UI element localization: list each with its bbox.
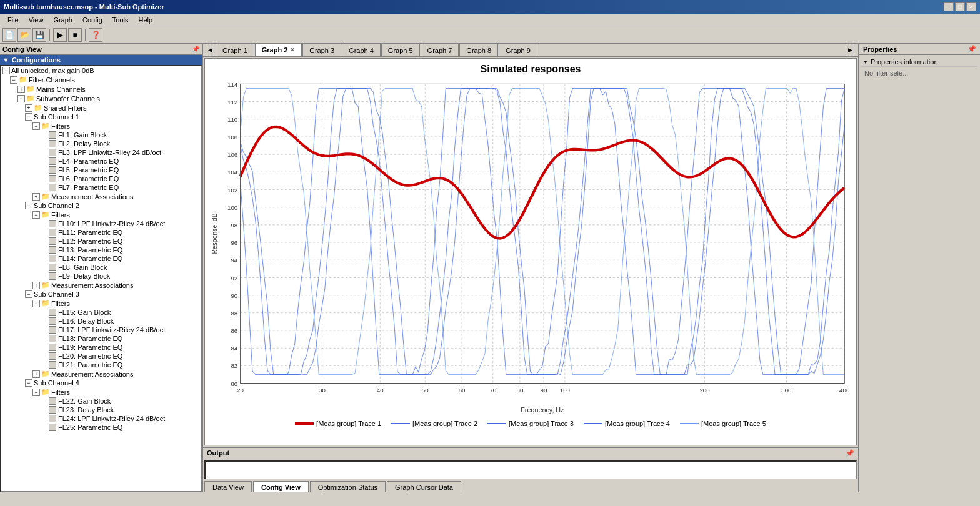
expand-icon[interactable]: − [25,113,32,121]
tab-graph-4[interactable]: Graph 4 [342,44,381,56]
tree-node[interactable]: FL3: LPF Linkwitz-Riley 24 dB/oct [1,148,201,157]
tree-node[interactable]: FL12: Parametric EQ [1,237,201,246]
tree-node[interactable]: FL1: Gain Block [1,131,201,139]
save-button[interactable]: 💾 [32,28,46,42]
expand-icon[interactable]: − [32,122,40,130]
tab-graph-8[interactable]: Graph 8 [459,44,498,56]
menu-tools[interactable]: Tools [108,16,134,24]
tree-node[interactable]: −📁Filter Channels [1,75,201,84]
expand-icon[interactable]: − [32,389,40,396]
tree-expand-icon[interactable]: ▼ [2,56,9,64]
tree-node[interactable]: −📁Filters [1,387,201,397]
close-button[interactable]: ✕ [966,2,976,11]
tab-scroll-left[interactable]: ◀ [206,44,214,56]
expand-icon[interactable]: + [32,282,40,289]
tree-node[interactable]: −Sub Channel 2 [1,201,201,210]
menu-file[interactable]: File [2,16,24,24]
bottom-tab-optimization-status[interactable]: Optimization Status [310,481,386,492]
expand-icon[interactable]: − [32,300,40,307]
expand-icon[interactable]: + [32,370,40,378]
tree-node-label: FL23: Delay Block [58,406,114,414]
tree-node[interactable]: FL5: Parametric EQ [1,166,201,174]
tree-node[interactable]: FL2: Delay Block [1,139,201,148]
menu-graph[interactable]: Graph [48,16,78,24]
tree-node[interactable]: FL15: Gain Block [1,308,201,317]
expand-icon[interactable]: − [2,67,10,74]
play-button[interactable]: ▶ [53,28,67,42]
tree-node[interactable]: +📁Measurement Associations [1,192,201,201]
tree-node[interactable]: FL4: Parametric EQ [1,157,201,166]
tree-node[interactable]: FL16: Delay Block [1,317,201,325]
tree-node-label: Measurement Associations [51,282,133,289]
tree-node[interactable]: +📁Mains Channels [1,84,201,94]
tree-node[interactable]: −📁Filters [1,121,201,131]
tree-node[interactable]: FL13: Parametric EQ [1,246,201,254]
bottom-tab-config-view[interactable]: Config View [253,481,309,492]
left-panel-pin[interactable]: 📌 [192,46,199,52]
help-button[interactable]: ❓ [89,28,102,42]
expand-icon[interactable]: + [25,104,32,112]
tree-node[interactable]: FL20: Parametric EQ [1,352,201,360]
expand-icon[interactable]: + [32,193,40,201]
tree-node[interactable]: FL18: Parametric EQ [1,334,201,343]
tree-node[interactable]: +📁Measurement Associations [1,369,201,379]
bottom-tab-graph-cursor-data[interactable]: Graph Cursor Data [387,481,461,492]
minimize-button[interactable]: ─ [944,2,954,11]
tab-graph-5[interactable]: Graph 5 [381,44,420,56]
tab-graph-9[interactable]: Graph 9 [499,44,538,56]
collapse-icon[interactable]: ▼ [863,59,868,65]
tree-node[interactable]: −📁Filters [1,210,201,219]
tree-node[interactable]: FL10: LPF Linkwitz-Riley 24 dB/oct [1,219,201,228]
tree-node[interactable]: FL14: Parametric EQ [1,254,201,263]
expand-icon[interactable]: − [25,379,32,387]
tree-node[interactable]: FL23: Delay Block [1,405,201,414]
tab-close-btn[interactable]: ✕ [290,47,295,53]
expand-icon[interactable]: − [25,290,32,298]
expand-icon[interactable]: − [25,202,32,209]
menu-view[interactable]: View [24,16,49,24]
tree-node[interactable]: FL22: Gain Block [1,397,201,405]
tree-node[interactable]: FL24: LPF Linkwitz-Riley 24 dB/oct [1,414,201,423]
tree-node[interactable]: −Sub Channel 1 [1,112,201,121]
menu-config[interactable]: Config [78,16,108,24]
tree-node[interactable]: +📁Measurement Associations [1,280,201,290]
tree-node[interactable]: FL17: LPF Linkwitz-Riley 24 dB/oct [1,325,201,334]
tree-node[interactable]: FL9: Delay Block [1,272,201,280]
tab-graph-7[interactable]: Graph 7 [421,44,459,56]
output-title: Output [207,449,229,457]
filter-icon [49,397,56,405]
legend-item: [Meas group] Trace 4 [584,420,670,427]
tree-node[interactable]: −Sub Channel 4 [1,379,201,387]
new-button[interactable]: 📄 [2,28,16,42]
tree-node[interactable]: FL21: Parametric EQ [1,360,201,369]
tree-node[interactable]: FL7: Parametric EQ [1,183,201,192]
filter-icon [49,264,56,271]
maximize-button[interactable]: □ [955,2,965,11]
expand-icon[interactable]: − [18,95,25,102]
bottom-tab-data-view[interactable]: Data View [204,481,252,492]
tree-node[interactable]: FL25: Parametric EQ [1,423,201,432]
output-pin[interactable]: 📌 [846,449,854,457]
tree-node[interactable]: −📁Filters [1,299,201,308]
tree-node[interactable]: FL8: Gain Block [1,263,201,272]
tree-node[interactable]: FL19: Parametric EQ [1,343,201,352]
stop-button[interactable]: ■ [68,28,82,42]
tree-node[interactable]: FL11: Parametric EQ [1,228,201,237]
open-button[interactable]: 📂 [18,28,31,42]
tree-node[interactable]: FL6: Parametric EQ [1,174,201,183]
expand-icon[interactable]: + [18,86,25,93]
expand-icon[interactable]: − [10,76,18,84]
tab-graph-2[interactable]: Graph 2✕ [255,44,302,56]
tree-node[interactable]: −📁Subwoofer Channels [1,94,201,103]
tree-node[interactable]: +📁Shared Filters [1,103,201,112]
tree-node[interactable]: −All unlocked, max gain 0dB [1,66,201,75]
menu-help[interactable]: Help [133,16,158,24]
expand-icon[interactable]: − [32,211,40,219]
tab-scroll-right[interactable]: ▶ [846,44,854,56]
tree-node[interactable]: −Sub Channel 3 [1,290,201,299]
svg-text:114: 114 [228,81,238,88]
tab-graph-3[interactable]: Graph 3 [302,44,341,56]
tab-graph-1[interactable]: Graph 1 [216,44,254,56]
tree-container[interactable]: −All unlocked, max gain 0dB−📁Filter Chan… [0,65,202,492]
right-panel-pin[interactable]: 📌 [968,45,976,53]
